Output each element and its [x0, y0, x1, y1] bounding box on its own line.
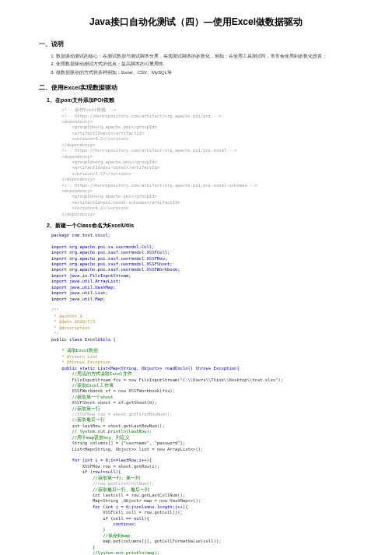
section-2-heading: 二、使用Excel实现数据驱动 [39, 83, 353, 92]
section-1-heading: 一、说明 [39, 40, 353, 48]
page-title: Java接口自动化测试（四）—使用Excel做数据驱动 [39, 16, 353, 29]
list-item: 使用数据驱动测试方式的优点：提高脚本的可重用性 [56, 61, 353, 67]
sub-2: 2、新建一个Class命名为ExcelUtils [47, 222, 353, 230]
list-item: 做数据驱动的方式很多种例如：Excel、CSV、MySQL等 [56, 69, 353, 76]
pom-block: <!-- 操作Excel依赖 --> <!-- https://mvnrepos… [51, 107, 353, 217]
list-item: 数据驱动测试的核心：在测试数据与测试脚本分离，实现测试脚本的参数化，例如：在使用… [56, 53, 353, 59]
sub-1: 1、在pom文件添加POI依赖 [47, 97, 353, 104]
code-block: package com.test.excel; import org.apach… [51, 233, 353, 555]
section-1-list: 数据驱动测试的核心：在测试数据与测试脚本分离，实现测试脚本的参数化，例如：在使用… [56, 53, 353, 76]
